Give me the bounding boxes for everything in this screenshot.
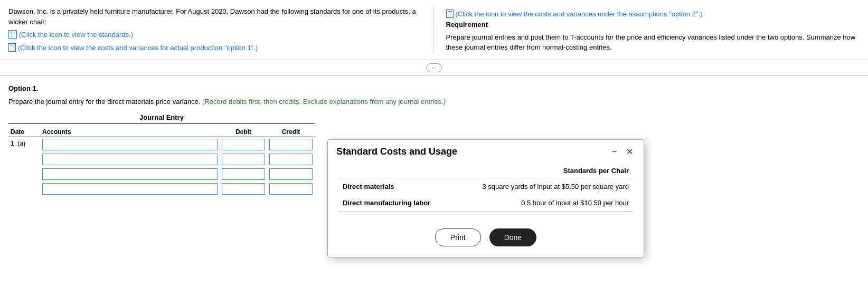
credit-input-1[interactable] [269, 154, 313, 165]
option2-costs-link[interactable]: (Click the icon to view the costs and va… [446, 9, 703, 18]
standards-table: Standards per Chair Direct materials 3 s… [338, 164, 633, 212]
account-cell-3[interactable] [40, 182, 220, 196]
table-row: 1. (a) [8, 137, 315, 152]
print-button[interactable]: Print [435, 228, 481, 246]
table-row [8, 152, 315, 167]
description-body: Dawson, Inc. is a privately held furnitu… [8, 7, 416, 26]
journal-section: Journal Entry Date Accounts Debit Credit… [8, 113, 315, 196]
top-left-panel: Dawson, Inc. is a privately held furnitu… [8, 6, 433, 53]
instruction-green: (Record debits first, then credits. Excl… [202, 98, 446, 106]
modal-close-button[interactable]: ✕ [624, 147, 635, 157]
row-label-1 [8, 152, 40, 167]
debit-input-1[interactable] [222, 154, 265, 165]
option2-costs-link-text: (Click the icon to view the costs and va… [456, 10, 703, 18]
modal-footer: Print Done [328, 220, 644, 257]
standards-header: Standards per Chair [455, 164, 633, 178]
account-cell-0[interactable] [40, 137, 220, 152]
top-right-panel: (Click the icon to view the costs and va… [433, 6, 860, 53]
standard-value-1: 0.5 hour of input at $10.50 per hour [455, 195, 633, 212]
option1-costs-link-text: (Click the icon to view the costs and va… [18, 44, 258, 52]
standards-container: Standards per Chair Direct materials 3 s… [328, 164, 644, 220]
debit-cell-2[interactable] [220, 167, 267, 182]
col-header-credit: Credit [267, 127, 315, 137]
account-input-0[interactable] [42, 139, 218, 150]
credit-cell-3[interactable] [267, 182, 315, 196]
divider-row: ··· [0, 60, 868, 76]
debit-input-2[interactable] [222, 168, 265, 180]
standards-link-text: (Click the icon to view the standards.) [19, 31, 133, 39]
account-input-3[interactable] [42, 183, 218, 195]
divider-dots[interactable]: ··· [426, 63, 442, 72]
requirement-text: Prepare journal entries and post them to… [446, 32, 860, 53]
col-header-date: Date [8, 127, 40, 137]
option1-costs-link[interactable]: (Click the icon to view the costs and va… [8, 43, 258, 52]
standards-row: Direct manufacturing labor 0.5 hour of i… [338, 195, 633, 212]
standards-link[interactable]: (Click the icon to view the standards.) [8, 30, 133, 39]
description-text: Dawson, Inc. is a privately held furnitu… [8, 6, 422, 27]
journal-table: Date Accounts Debit Credit 1. (a) [8, 127, 315, 196]
table-row [8, 167, 315, 182]
instruction: Prepare the journal entry for the direct… [8, 97, 860, 107]
standard-label-1: Direct manufacturing labor [338, 195, 455, 212]
modal-header: Standard Costs and Usage − ✕ [328, 140, 644, 161]
row-label-3 [8, 182, 40, 196]
credit-input-0[interactable] [269, 139, 313, 150]
done-button[interactable]: Done [489, 228, 536, 246]
debit-input-3[interactable] [222, 183, 265, 195]
standards-row: Direct materials 3 square yards of input… [338, 178, 633, 195]
row-label-0: 1. (a) [8, 137, 40, 152]
credit-input-3[interactable] [269, 183, 313, 195]
col-header-accounts: Accounts [40, 127, 220, 137]
instruction-text: Prepare the journal entry for the direct… [8, 98, 200, 106]
debit-cell-3[interactable] [220, 182, 267, 196]
requirement-title: Requirement [446, 20, 860, 30]
main-content: Option 1. Prepare the journal entry for … [0, 76, 868, 205]
standard-costs-modal: Standard Costs and Usage − ✕ Standards p… [327, 139, 644, 257]
credit-cell-2[interactable] [267, 167, 315, 182]
table-row [8, 182, 315, 196]
modal-controls: − ✕ [610, 147, 635, 157]
standard-value-0: 3 square yards of input at $5.50 per squ… [455, 178, 633, 195]
debit-cell-1[interactable] [220, 152, 267, 167]
account-cell-1[interactable] [40, 152, 220, 167]
top-section: Dawson, Inc. is a privately held furnitu… [0, 0, 868, 60]
credit-cell-1[interactable] [267, 152, 315, 167]
debit-input-0[interactable] [222, 139, 265, 150]
account-input-1[interactable] [42, 154, 218, 165]
doc-icon-option2 [446, 9, 454, 18]
row-label-2 [8, 167, 40, 182]
modal-minimize-button[interactable]: − [610, 147, 619, 157]
credit-input-2[interactable] [269, 168, 313, 180]
account-cell-2[interactable] [40, 167, 220, 182]
doc-icon-option1 [8, 43, 16, 52]
option-title: Option 1. [8, 84, 860, 92]
standard-label-0: Direct materials [338, 178, 455, 195]
grid-icon [8, 30, 17, 39]
account-input-2[interactable] [42, 168, 218, 180]
journal-title: Journal Entry [8, 113, 315, 124]
credit-cell-0[interactable] [267, 137, 315, 152]
modal-title: Standard Costs and Usage [336, 146, 457, 157]
col-header-debit: Debit [220, 127, 267, 137]
debit-cell-0[interactable] [220, 137, 267, 152]
